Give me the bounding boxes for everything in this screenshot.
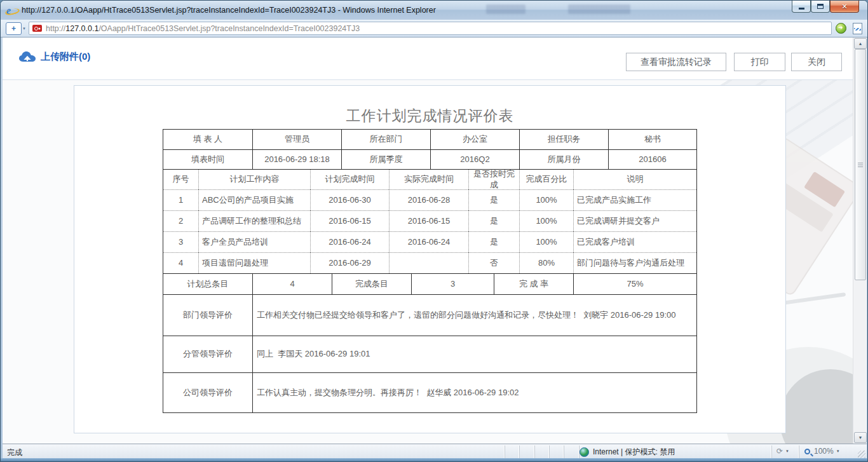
status-bar: 完成 Internet | 保护模式: 禁用 ⟳ ▼ 100% ▼ xyxy=(3,444,867,459)
status-divider xyxy=(771,445,772,458)
add-favorite-button[interactable]: + xyxy=(6,22,22,35)
ie-logo-icon: e xyxy=(6,5,17,16)
plan-cell: 100% xyxy=(519,210,573,231)
plan-cell: 2016-06-29 xyxy=(310,252,389,273)
eval-label: 部门领导评价 xyxy=(163,295,252,336)
window-controls: ✕ xyxy=(792,1,859,13)
window-title: http://127.0.0.1/OAapp/HtTrace0513Servle… xyxy=(22,6,436,15)
minimize-button[interactable] xyxy=(792,1,811,13)
chevron-down-icon: ▼ xyxy=(785,449,789,453)
table-row: 3 客户全员产品培训 2016-06-24 2016-06-24 是 100% … xyxy=(163,231,696,252)
close-window-button[interactable]: ✕ xyxy=(830,1,859,13)
summary-value: 4 xyxy=(252,274,332,294)
page-toolbar: 上传附件(0) 查看审批流转记录 打印 关闭 xyxy=(3,37,853,80)
info-value: 2016-06-29 18:18 xyxy=(252,149,341,169)
column-header: 计划工作内容 xyxy=(198,170,310,189)
table-header-row: 序号 计划工作内容 计划完成时间 实际完成时间 是否按时完成 完成百分比 说明 xyxy=(163,170,696,189)
summary-value: 75% xyxy=(573,274,696,294)
address-input[interactable]: http://127.0.0.1/OAapp/HtTrace0513Servle… xyxy=(29,22,832,35)
compatibility-view-icon[interactable] xyxy=(853,23,862,34)
plan-cell: ABC公司的产品项目实施 xyxy=(198,189,310,210)
table-row: 公司领导评价 工作认真主动，提交物条理分明。再接再厉！ 赵华威 2016-06-… xyxy=(163,372,696,412)
column-header: 说明 xyxy=(573,170,696,189)
info-value: 管理员 xyxy=(252,130,341,149)
page-tools[interactable]: ⟳ ▼ xyxy=(776,447,789,456)
table-row: 部门领导评价 工作相关交付物已经提交给领导和客户了，遗留的部分问题做好沟通和记录… xyxy=(163,295,696,336)
status-divider xyxy=(534,445,535,458)
plan-cell: 2016-06-24 xyxy=(389,231,468,252)
go-refresh-icon[interactable] xyxy=(836,23,846,34)
bg-calculator-solar xyxy=(804,172,845,208)
table-row: 4 项目遗留问题处理 2016-06-29 否 80% 部门问题待与客户沟通后处… xyxy=(163,252,696,273)
status-divider xyxy=(564,445,564,458)
window-frame-bottom xyxy=(1,458,867,461)
close-page-button[interactable]: 关闭 xyxy=(791,53,842,71)
eval-content: 工作相关交付物已经提交给领导和客户了，遗留的部分问题做好沟通和记录，尽快处理！ … xyxy=(252,295,696,336)
plan-cell: 2 xyxy=(163,210,198,231)
table-row: 计划总条目 4 完成条目 3 完 成 率 75% xyxy=(163,274,696,294)
internet-globe-icon xyxy=(580,447,589,457)
upload-attachment-label: 上传附件(0) xyxy=(41,51,90,63)
info-value: 办公室 xyxy=(430,130,519,149)
plan-cell: 项目遗留问题处理 xyxy=(198,252,310,273)
plan-cell: 产品调研工作的整理和总结 xyxy=(198,210,310,231)
plan-cell: 2016-06-15 xyxy=(389,210,468,231)
address-url: http://127.0.0.1/OAapp/HtTrace0513Servle… xyxy=(46,24,360,33)
eval-label: 公司领导评价 xyxy=(163,372,252,412)
security-zone: Internet | 保护模式: 禁用 xyxy=(580,447,675,458)
titlebar-glass-reflection xyxy=(568,4,630,14)
plan-cell: 客户全员产品培训 xyxy=(198,231,310,252)
column-header: 完成百分比 xyxy=(519,170,573,189)
browser-content: 上传附件(0) 查看审批流转记录 打印 关闭 工作计划完成情况评价表 xyxy=(3,37,867,459)
scroll-up-icon[interactable]: ▲ xyxy=(854,38,867,49)
table-row: 分管领导评价 同上 李国天 2016-06-29 19:01 xyxy=(163,336,696,372)
chevron-down-icon[interactable]: ▼ xyxy=(22,27,26,31)
table-row: 填 表 人 管理员 所在部门 办公室 担任职务 秘书 xyxy=(163,130,696,149)
view-approval-flow-button[interactable]: 查看审批流转记录 xyxy=(626,53,726,71)
eval-content: 工作认真主动，提交物条理分明。再接再厉！ 赵华威 2016-06-29 19:0… xyxy=(252,372,696,412)
titlebar-glass-reflection xyxy=(486,4,526,14)
status-divider xyxy=(505,445,505,458)
maximize-icon xyxy=(817,4,824,9)
plan-cell: 4 xyxy=(163,252,198,273)
plan-cell: 部门问题待与客户沟通后处理 xyxy=(573,252,696,273)
summary-value: 3 xyxy=(411,274,494,294)
column-header: 是否按时完成 xyxy=(468,170,519,189)
summary-label: 完成条目 xyxy=(332,274,411,294)
info-value: 201606 xyxy=(608,149,696,169)
plan-cell: 是 xyxy=(468,231,519,252)
vertical-scrollbar[interactable]: ▲ ▼ xyxy=(853,37,867,444)
refresh-icon: ⟳ xyxy=(776,447,783,456)
table-row: 1 ABC公司的产品项目实施 2016-06-30 2016-06-28 是 1… xyxy=(163,189,696,210)
plan-cell: 2016-06-15 xyxy=(310,210,389,231)
cloud-upload-icon xyxy=(18,51,36,63)
info-label: 填表时间 xyxy=(163,149,252,169)
info-label: 所在部门 xyxy=(341,130,430,149)
zone-text: Internet | 保护模式: 禁用 xyxy=(593,447,675,458)
plan-cell: 已完成产品实施工作 xyxy=(573,189,696,210)
info-label: 所属月份 xyxy=(519,149,608,169)
print-button[interactable]: 打印 xyxy=(734,53,785,71)
status-divider xyxy=(799,445,799,458)
plan-cell: 已完成调研并提交客户 xyxy=(573,210,696,231)
plan-cell: 2016-06-28 xyxy=(389,189,468,210)
plan-cell: 80% xyxy=(519,252,573,273)
scroll-down-icon[interactable]: ▼ xyxy=(854,432,867,443)
chevron-down-icon: ▼ xyxy=(836,449,840,453)
summary-row: 计划总条目 4 完成条目 3 完 成 率 75% xyxy=(163,273,697,295)
upload-attachment-link[interactable]: 上传附件(0) xyxy=(18,51,90,63)
maximize-button[interactable] xyxy=(811,1,830,13)
address-bar: + ▼ http://127.0.0.1/OAapp/HtTrace0513Se… xyxy=(1,20,867,37)
scrollbar-thumb[interactable] xyxy=(855,49,866,280)
zoom-level: 100% xyxy=(814,447,834,456)
table-row: 填表时间 2016-06-29 18:18 所属季度 2016Q2 所属月份 2… xyxy=(163,149,696,169)
resize-grip[interactable] xyxy=(858,451,865,458)
report-panel: 工作计划完成情况评价表 填 表 人 管理员 所在部门 办公室 担任职务 秘书 xyxy=(74,85,786,433)
minimize-icon xyxy=(799,8,804,10)
status-text: 完成 xyxy=(7,447,22,458)
plan-cell: 1 xyxy=(163,189,198,210)
info-value: 2016Q2 xyxy=(430,149,519,169)
table-row: 2 产品调研工作的整理和总结 2016-06-15 2016-06-15 是 1… xyxy=(163,210,696,231)
zoom-control[interactable]: 100% ▼ xyxy=(804,447,840,456)
eval-content: 同上 李国天 2016-06-29 19:01 xyxy=(252,336,696,372)
